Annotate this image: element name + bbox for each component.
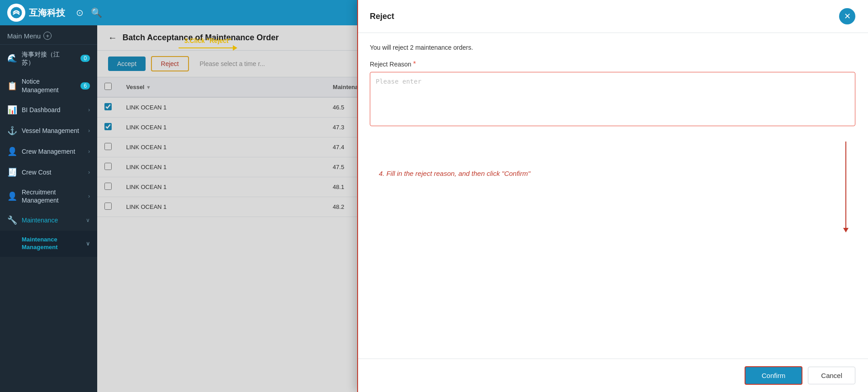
modal-body: You will reject 2 maintenance orders. Re… [357, 33, 868, 359]
maintenance-icon: 🔧 [7, 215, 17, 225]
reject-modal: Reject ✕ You will reject 2 maintenance o… [357, 0, 868, 392]
bi-chevron-icon: › [88, 107, 90, 113]
sidebar-item-vessel-label: Vessel Management [22, 127, 84, 135]
reject-reason-label-text: Reject Reason [370, 61, 411, 68]
sidebar-item-bi-label: BI Dashboard [22, 106, 84, 114]
sidebar-item-maintenance-label: Maintenance [22, 216, 81, 224]
sidebar-item-crew-cost[interactable]: 🧾 Crew Cost › [0, 162, 97, 183]
modal-title: Reject [370, 12, 394, 21]
arrow-head-down [843, 228, 849, 232]
add-menu-icon[interactable]: + [43, 32, 52, 40]
sidebar-item-crew-mgmt-label: Crew Management [22, 147, 84, 156]
maintenance-chevron-icon: ∨ [86, 217, 90, 223]
crew-cost-icon: 🧾 [7, 167, 17, 177]
sidebar-submenu-maintenance: Maintenance Management ∨ [0, 231, 97, 257]
sidebar-item-bi[interactable]: 📊 BI Dashboard › [0, 99, 97, 120]
crew-mgmt-icon: 👤 [7, 146, 17, 156]
sidebar-item-maintenance[interactable]: 🔧 Maintenance ∨ [0, 210, 97, 231]
notice-icon: 📋 [7, 81, 17, 91]
crew-mgmt-chevron-icon: › [88, 148, 90, 155]
annotation-step4-text: 4. Fill in the reject reason, and then c… [379, 142, 832, 232]
sidebar-item-maritime-label: 海事对接（江苏） [22, 50, 76, 66]
sidebar-item-vessel[interactable]: ⚓ Vessel Management › [0, 120, 97, 141]
close-icon: ✕ [844, 11, 851, 21]
header-nav: ⊙ 🔍 [76, 7, 102, 18]
sidebar-item-recruitment-label: RecruitmentManagement [22, 188, 84, 204]
sidebar-item-notice[interactable]: 📋 NoticeManagement 6 [0, 72, 97, 99]
crew-cost-chevron-icon: › [88, 169, 90, 175]
modal-close-button[interactable]: ✕ [839, 8, 855, 24]
back-nav-icon[interactable]: ⊙ [76, 7, 84, 18]
sidebar-item-maintenance-mgmt-label: Maintenance Management [22, 236, 81, 251]
main-menu-header: Main Menu + [0, 25, 97, 45]
maritime-icon: 🌊 [7, 53, 17, 63]
sidebar: Main Menu + 🌊 海事对接（江苏） 0 📋 NoticeManagem… [0, 25, 97, 392]
arrow-line-down [845, 142, 846, 232]
annotation-arrow [845, 142, 846, 232]
sidebar-item-maritime[interactable]: 🌊 海事对接（江苏） 0 [0, 45, 97, 72]
modal-left-border [357, 0, 358, 392]
required-star: * [413, 60, 416, 68]
company-name: 互海科技 [29, 7, 65, 19]
maintenance-mgmt-chevron-icon: ∨ [86, 241, 90, 247]
cancel-button[interactable]: Cancel [808, 367, 855, 384]
notice-badge: 6 [80, 82, 90, 90]
reject-reason-textarea[interactable] [370, 72, 855, 126]
sidebar-item-crew-mgmt[interactable]: 👤 Crew Management › [0, 141, 97, 162]
reject-reason-form-group: Reject Reason * [370, 60, 855, 128]
vessel-chevron-icon: › [88, 128, 90, 134]
main-menu-label: Main Menu [7, 32, 41, 40]
annotation-step4: 4. Fill in the reject reason, and then c… [370, 142, 855, 232]
logo-area: 互海科技 [7, 4, 65, 22]
vessel-icon: ⚓ [7, 126, 17, 136]
modal-footer: Confirm Cancel [357, 359, 868, 392]
maritime-badge: 0 [80, 55, 90, 62]
sidebar-item-recruitment[interactable]: 👤 RecruitmentManagement › [0, 183, 97, 210]
modal-info-text: You will reject 2 maintenance orders. [370, 44, 855, 51]
modal-header: Reject ✕ [357, 0, 868, 33]
sidebar-item-maintenance-mgmt[interactable]: Maintenance Management ∨ [0, 231, 97, 257]
reject-reason-label: Reject Reason * [370, 60, 855, 68]
sidebar-item-notice-label: NoticeManagement [22, 77, 76, 94]
sidebar-item-crew-cost-label: Crew Cost [22, 168, 84, 176]
bi-icon: 📊 [7, 105, 17, 115]
recruitment-chevron-icon: › [88, 193, 90, 199]
logo-icon [7, 4, 25, 22]
search-icon[interactable]: 🔍 [91, 7, 102, 18]
recruitment-icon: 👤 [7, 191, 17, 201]
confirm-button[interactable]: Confirm [745, 366, 803, 385]
